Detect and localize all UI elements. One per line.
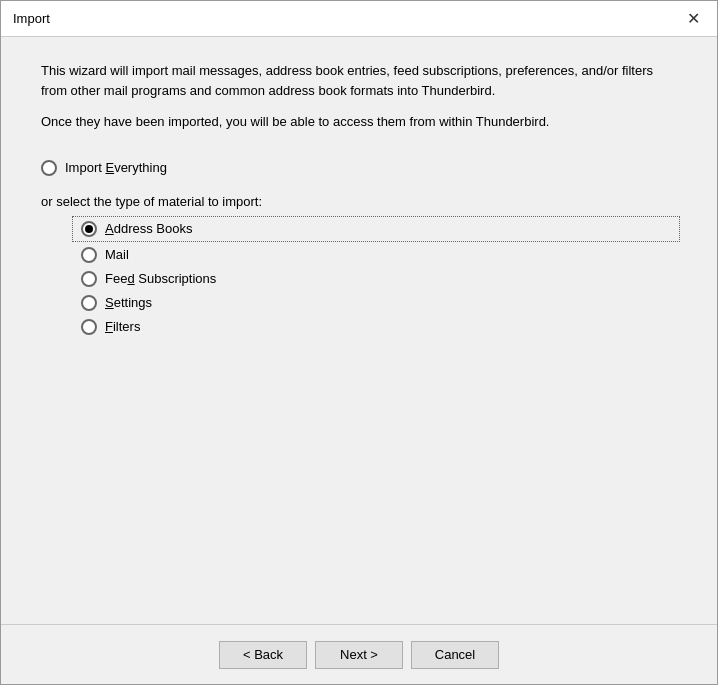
dialog-title: Import (13, 11, 50, 26)
radio-row-address-books: Address Books (75, 219, 677, 239)
import-everything-label[interactable]: Import Everything (65, 160, 167, 175)
select-type-label: or select the type of material to import… (41, 194, 677, 209)
radio-row-filters: Filters (81, 319, 677, 335)
footer: < Back Next > Cancel (1, 624, 717, 684)
import-everything-row: Import Everything (41, 160, 677, 176)
settings-radio[interactable] (81, 295, 97, 311)
description-2: Once they have been imported, you will b… (41, 112, 677, 132)
filters-label[interactable]: Filters (105, 319, 140, 334)
address-books-radio[interactable] (81, 221, 97, 237)
feed-label[interactable]: Feed Subscriptions (105, 271, 216, 286)
next-button[interactable]: Next > (315, 641, 403, 669)
dialog-content: This wizard will import mail messages, a… (1, 37, 717, 624)
settings-label[interactable]: Settings (105, 295, 152, 310)
radio-row-feed: Feed Subscriptions (81, 271, 677, 287)
radio-row-settings: Settings (81, 295, 677, 311)
radio-group: Address Books Mail Feed Subscriptions Se… (81, 219, 677, 335)
radio-row-mail: Mail (81, 247, 677, 263)
mail-label[interactable]: Mail (105, 247, 129, 262)
title-bar: Import ✕ (1, 1, 717, 37)
import-dialog: Import ✕ This wizard will import mail me… (0, 0, 718, 685)
filters-radio[interactable] (81, 319, 97, 335)
cancel-button[interactable]: Cancel (411, 641, 499, 669)
import-everything-radio[interactable] (41, 160, 57, 176)
back-button[interactable]: < Back (219, 641, 307, 669)
address-books-label[interactable]: Address Books (105, 221, 192, 236)
mail-radio[interactable] (81, 247, 97, 263)
feed-radio[interactable] (81, 271, 97, 287)
description-1: This wizard will import mail messages, a… (41, 61, 677, 100)
close-button[interactable]: ✕ (681, 7, 705, 31)
